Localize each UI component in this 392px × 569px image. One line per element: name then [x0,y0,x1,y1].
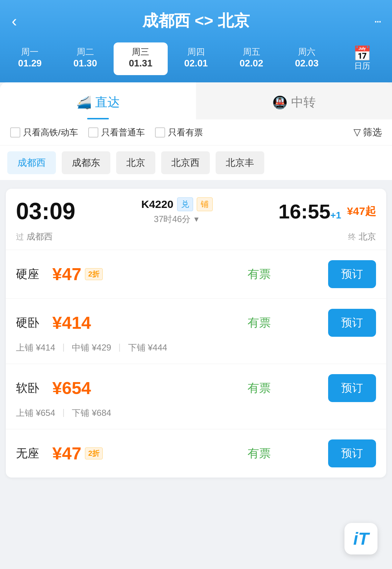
train-card: 03:09 K4220 兑 铺 37时46分 ▼ 16:55+1 ¥47起 [6,189,386,478]
arrive-station-name: 北京 [359,232,376,241]
arrive-time-value: 16:55 [278,200,330,223]
date-mon: 01.29 [18,58,42,69]
seat-name-soft-sleeper: 软卧 [16,380,52,396]
filter-available-label: 只看有票 [168,127,203,138]
book-hard-sleeper-button[interactable]: 预订 [328,309,376,337]
page-title: 成都西 <> 北京 [33,10,359,32]
weekday-thu: 周四 [187,46,205,58]
detail-lower-hard: 下铺 ¥444 [128,342,167,353]
date-item-tue[interactable]: 周二 01.30 [58,42,113,75]
date-item-calendar[interactable]: 📅 日历 [335,42,389,75]
avail-hard-sleeper: 有票 [190,315,328,331]
book-soft-sleeper-button[interactable]: 预订 [328,374,376,402]
station-pill-beijing[interactable]: 北京 [116,151,155,174]
arrive-info: 16:55+1 [278,200,341,223]
train-number: K4220 [141,198,173,210]
date-thu: 02.01 [184,58,208,69]
detail-lower-soft: 下铺 ¥684 [72,407,111,419]
weekday-mon: 周一 [21,46,38,58]
date-wed: 01.31 [129,58,152,69]
divider-3: | [62,407,65,419]
duration-text: 37时46分 [154,213,191,225]
tab-transfer[interactable]: 🚇 中转 [196,82,392,119]
seat-row-hard-sleeper: 硬卧 ¥414 有票 预订 上铺 ¥414 | 中铺 ¥429 | 下铺 ¥44… [6,298,386,364]
price-value-no-seat: ¥47 [52,443,81,463]
back-button[interactable]: ‹ [12,12,33,30]
depart-prefix: 过 [16,232,24,241]
station-pill-chengduxi[interactable]: 成都西 [7,151,56,174]
book-no-seat-button[interactable]: 预订 [328,439,376,467]
tag-exchange: 兑 [177,197,193,211]
date-tue: 01.30 [73,58,97,69]
avail-hard-seat: 有票 [190,266,328,282]
main-content: 🚄 直达 🚇 中转 只看高铁/动车 只看普通车 只看有票 ▽ 筛选 成都西 成都… [0,82,392,569]
arrive-station-label: 终 北京 [348,231,376,242]
arrive-day-sup: +1 [330,210,341,221]
filter-available[interactable]: 只看有票 [155,127,203,138]
checkbox-normal[interactable] [88,127,98,138]
seat-price-soft-sleeper: ¥654 [52,378,190,398]
filter-button-label: 筛选 [363,126,382,139]
depart-time-value: 03:09 [16,198,75,224]
train-header: 03:09 K4220 兑 铺 37时46分 ▼ 16:55+1 ¥47起 [6,189,386,231]
seat-price-no-seat: ¥47 2折 [52,443,190,463]
header: ‹ 成都西 <> 北京 ··· [0,0,392,39]
seat-main-hard-seat: 硬座 ¥47 2折 有票 预订 [16,260,376,288]
train-info-center: K4220 兑 铺 37时46分 ▼ [75,197,278,225]
duration-row[interactable]: 37时46分 ▼ [154,213,200,225]
tag-berth: 铺 [197,197,213,211]
tabs: 🚄 直达 🚇 中转 [0,82,392,119]
tab-transfer-label: 中转 [291,94,316,111]
date-item-thu[interactable]: 周四 02.01 [169,42,223,75]
tab-direct[interactable]: 🚄 直达 [0,82,196,119]
station-pill-beijingxi[interactable]: 北京西 [161,151,210,174]
filter-high-speed[interactable]: 只看高铁/动车 [10,127,78,138]
seat-row-hard-seat: 硬座 ¥47 2折 有票 预订 [6,250,386,298]
depart-time: 03:09 [16,198,75,225]
station-pill-beijingfeng[interactable]: 北京丰 [216,151,264,174]
station-pill-chengdudong[interactable]: 成都东 [62,151,110,174]
filter-high-speed-label: 只看高铁/动车 [23,127,78,138]
seat-detail-hard-sleeper: 上铺 ¥414 | 中铺 ¥429 | 下铺 ¥444 [16,342,376,353]
checkbox-high-speed[interactable] [10,127,20,138]
station-row: 成都西 成都东 北京 北京西 北京丰 [0,146,392,183]
filter-normal-label: 只看普通车 [101,127,145,138]
avail-soft-sleeper: 有票 [190,380,328,396]
checkbox-available[interactable] [155,127,165,138]
date-sat: 02.03 [295,58,319,69]
seat-price-hard-seat: ¥47 2折 [52,264,190,284]
train-sub-row: 过 成都西 终 北京 [6,231,386,250]
depart-station-label: 过 成都西 [16,231,53,242]
seat-price-hard-sleeper: ¥414 [52,313,190,333]
it-logo: iT [344,523,377,554]
tab-direct-label: 直达 [95,94,120,111]
price-value-hard-sleeper: ¥414 [52,313,91,333]
weekday-fri: 周五 [243,46,260,58]
date-item-sat[interactable]: 周六 02.03 [280,42,334,75]
more-button[interactable]: ··· [359,13,380,29]
train-number-row: K4220 兑 铺 [141,197,212,211]
depart-station-name: 成都西 [26,232,53,241]
seat-main-soft-sleeper: 软卧 ¥654 有票 预订 [16,374,376,402]
arrive-prefix: 终 [348,232,356,241]
date-item-fri[interactable]: 周五 02.02 [224,42,278,75]
detail-upper-hard: 上铺 ¥414 [16,342,55,353]
seat-row-soft-sleeper: 软卧 ¥654 有票 预订 上铺 ¥654 | 下铺 ¥684 [6,364,386,429]
book-hard-seat-button[interactable]: 预订 [328,260,376,288]
weekday-sat: 周六 [298,46,315,58]
filter-button[interactable]: ▽ 筛选 [354,126,382,139]
filter-funnel-icon: ▽ [354,127,361,138]
detail-middle-hard: 中铺 ¥429 [72,342,111,353]
filter-normal[interactable]: 只看普通车 [88,127,145,138]
direct-train-icon: 🚄 [76,95,91,110]
date-item-wed[interactable]: 周三 01.31 [114,42,168,75]
date-item-mon[interactable]: 周一 01.29 [3,42,57,75]
seat-name-hard-sleeper: 硬卧 [16,315,52,331]
seat-name-hard-seat: 硬座 [16,266,52,282]
discount-no-seat: 2折 [85,447,103,459]
seat-name-no-seat: 无座 [16,446,52,462]
seat-detail-soft-sleeper: 上铺 ¥654 | 下铺 ¥684 [16,407,376,419]
discount-hard-seat: 2折 [85,268,103,280]
seat-main-hard-sleeper: 硬卧 ¥414 有票 预订 [16,309,376,337]
expand-arrow-icon: ▼ [193,215,200,224]
